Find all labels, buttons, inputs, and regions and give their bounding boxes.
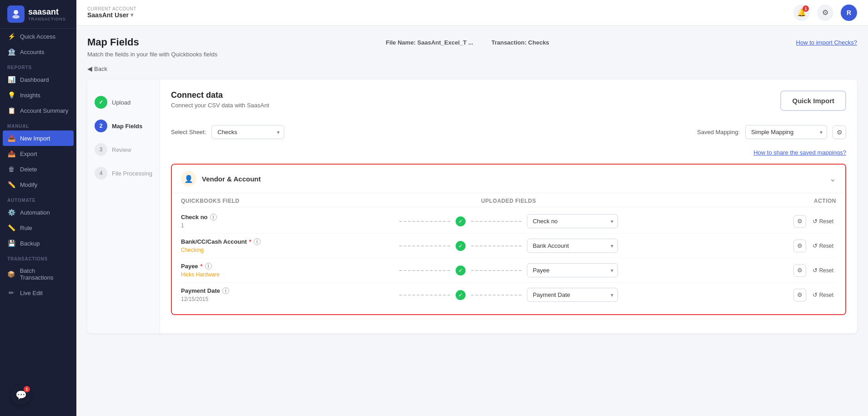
check-no-reset-button[interactable]: ↺ Reset [810, 216, 836, 226]
payee-required: * [201, 263, 203, 270]
payment-date-check-icon: ✓ [456, 290, 466, 300]
sidebar-item-modify[interactable]: ✏️ Modify [0, 177, 76, 192]
sidebar-item-dashboard-label: Dashboard [20, 76, 49, 83]
chevron-down-icon[interactable]: ▾ [130, 12, 133, 18]
payee-info-icon[interactable]: i [205, 263, 212, 270]
bank-account-gear-button[interactable]: ⚙ [793, 240, 806, 252]
sidebar-item-account-summary[interactable]: 📋 Account Summary [0, 103, 76, 118]
sidebar-item-accounts-label: Accounts [20, 49, 44, 55]
qb-field-check-no-value: 1 [181, 222, 399, 229]
payee-gear-icon: ⚙ [797, 267, 803, 274]
payment-date-reset-icon: ↺ [813, 291, 818, 298]
field-row-payment-date: Payment Date i 12/15/2015 ✓ [181, 283, 836, 307]
sidebar-item-accounts[interactable]: 🏦 Accounts [0, 44, 76, 60]
insights-icon: 💡 [7, 91, 15, 99]
quick-import-button[interactable]: Quick Import [780, 90, 846, 111]
section-header-left: 👤 Vendor & Account [181, 171, 261, 186]
sidebar-item-delete[interactable]: 🗑 Delete [0, 161, 76, 177]
check-no-gear-button[interactable]: ⚙ [793, 215, 806, 228]
saved-mapping-label: Saved Mapping: [697, 129, 740, 135]
notification-badge: 1 [803, 5, 809, 12]
sidebar-item-automation[interactable]: ⚙️ Automation [0, 205, 76, 220]
payment-date-select-wrapper: Payment Date [527, 288, 618, 302]
sidebar-item-new-import[interactable]: 📥 New Import [3, 130, 74, 146]
payment-date-gear-button[interactable]: ⚙ [793, 289, 806, 301]
step-review-label: Review [112, 146, 131, 153]
col-quickbooks-field: Quickbooks Field [181, 198, 399, 204]
mapping-gear-button[interactable]: ⚙ [833, 125, 846, 139]
sidebar-item-rule-label: Rule [20, 225, 32, 231]
step-upload-circle: ✓ [95, 96, 107, 109]
bank-account-info-icon[interactable]: i [254, 238, 261, 245]
payee-reset-button[interactable]: ↺ Reset [810, 265, 836, 276]
back-arrow-icon: ◀ [87, 65, 92, 72]
settings-button[interactable]: ⚙ [817, 5, 833, 21]
top-header: Current Account SaasAnt User ▾ 🔔 1 ⚙ R [76, 0, 868, 25]
sidebar-item-dashboard[interactable]: 📊 Dashboard [0, 72, 76, 87]
export-icon: 📤 [7, 150, 15, 157]
payment-date-select[interactable]: Payment Date [527, 288, 618, 302]
bank-account-action-col: ⚙ ↺ Reset [618, 240, 836, 252]
select-sheet-label: Select Sheet: [171, 129, 206, 135]
chat-bubble[interactable]: 💬 1 [11, 385, 31, 405]
bank-account-reset-button[interactable]: ↺ Reset [810, 241, 836, 251]
account-name: SaasAnt User ▾ [87, 11, 136, 19]
connect-data-subtitle: Connect your CSV data with SaasAnt [171, 102, 269, 109]
transaction-info: Transaction: Checks [492, 39, 549, 46]
col-action: Action [618, 198, 836, 204]
payee-gear-button[interactable]: ⚙ [793, 264, 806, 277]
saved-mapping-select[interactable]: Simple Mapping [745, 125, 827, 139]
share-mappings-link[interactable]: How to share the saved mappings? [753, 149, 846, 156]
dashboard-icon: 📊 [7, 76, 15, 83]
check-no-select[interactable]: Check no [527, 214, 618, 228]
sheet-select[interactable]: Checks [211, 125, 284, 139]
account-summary-icon: 📋 [7, 107, 15, 114]
sidebar-item-insights[interactable]: 💡 Insights [0, 87, 76, 103]
svg-point-0 [14, 10, 18, 15]
avatar[interactable]: R [841, 5, 857, 21]
check-no-select-wrapper: Check no [527, 214, 618, 228]
batch-transactions-icon: 📦 [7, 271, 15, 278]
check-no-dotted-line2 [471, 221, 522, 222]
transactions-section-label: TRANSACTIONS [0, 251, 76, 263]
content-layout: ✓ Upload 2 Map Fields 3 Review 4 File Pr… [87, 80, 857, 333]
share-mapping-link: How to share the saved mappings? [171, 148, 846, 156]
payee-select[interactable]: Payee [527, 263, 618, 277]
bank-account-dotted-line2 [471, 246, 522, 246]
gear-icon: ⚙ [822, 8, 828, 17]
check-no-info-icon[interactable]: i [210, 214, 217, 221]
sidebar-item-backup[interactable]: 💾 Backup [0, 236, 76, 251]
automation-icon: ⚙️ [7, 209, 15, 216]
how-to-import-link[interactable]: How to import Checks? [796, 39, 857, 46]
section-title: Vendor & Account [202, 175, 261, 183]
section-icon: 👤 [181, 171, 196, 186]
sidebar-item-batch-transactions[interactable]: 📦 Batch Transactions [0, 263, 76, 285]
automate-section-label: AUTOMATE [0, 192, 76, 205]
sidebar-item-account-summary-label: Account Summary [20, 107, 68, 114]
back-button[interactable]: ◀ Back [87, 65, 857, 72]
mapping-area: Connect data Connect your CSV data with … [160, 80, 857, 333]
bank-account-select[interactable]: Bank Account [527, 239, 618, 253]
sidebar-item-quick-access-label: Quick Access [20, 33, 55, 40]
bank-account-uploaded-col: ✓ Bank Account [399, 239, 617, 253]
notification-button[interactable]: 🔔 1 [793, 5, 810, 21]
logo-sub: TRANSACTIONS [28, 17, 66, 21]
payment-date-reset-button[interactable]: ↺ Reset [810, 290, 836, 300]
file-info: File Name: SaasAnt_Excel_T ... [386, 39, 473, 46]
payment-date-info-icon[interactable]: i [222, 287, 229, 294]
qb-field-payee-name: Payee * i [181, 263, 399, 270]
logo: saasant TRANSACTIONS [0, 0, 76, 29]
section-chevron-icon: ⌄ [829, 174, 836, 184]
payee-check-icon: ✓ [456, 266, 466, 276]
sidebar-item-quick-access[interactable]: ⚡ Quick Access [0, 29, 76, 44]
qb-field-bank-account-name: Bank/CC/Cash Account * i [181, 238, 399, 245]
sidebar-item-rule[interactable]: 📏 Rule [0, 220, 76, 236]
section-header[interactable]: 👤 Vendor & Account ⌄ [172, 165, 845, 193]
check-no-gear-icon: ⚙ [797, 218, 803, 225]
sidebar-item-live-edit[interactable]: ✏ Live Edit [0, 285, 76, 301]
check-no-action-col: ⚙ ↺ Reset [618, 215, 836, 228]
step-file-processing-circle: 4 [95, 167, 107, 180]
sidebar-item-export[interactable]: 📤 Export [0, 146, 76, 161]
bank-account-required: * [249, 238, 251, 245]
sidebar-item-modify-label: Modify [20, 181, 37, 188]
